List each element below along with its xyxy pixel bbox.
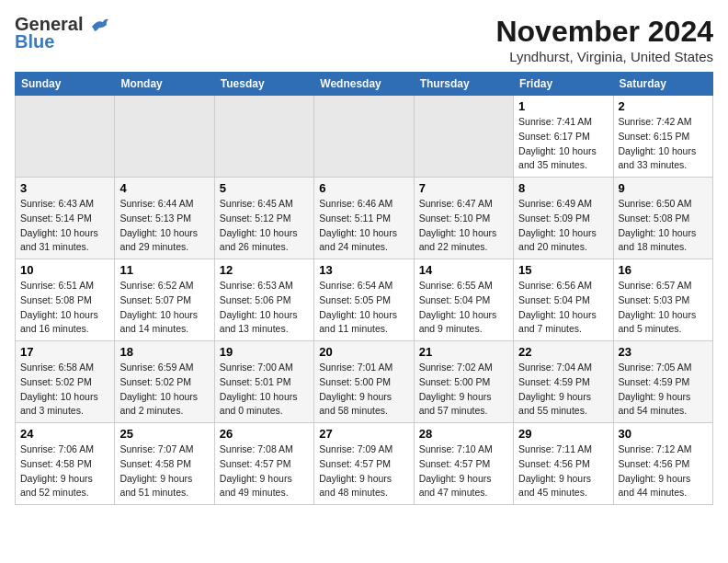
calendar-cell: 7Sunrise: 6:47 AM Sunset: 5:10 PM Daylig…: [414, 178, 513, 259]
title-section: November 2024 Lyndhurst, Virginia, Unite…: [495, 15, 713, 64]
day-number: 13: [319, 263, 408, 277]
day-info: Sunrise: 7:02 AM Sunset: 5:00 PM Dayligh…: [419, 361, 508, 419]
calendar-cell: [414, 96, 513, 178]
calendar-cell: 1Sunrise: 7:41 AM Sunset: 6:17 PM Daylig…: [514, 96, 613, 178]
day-number: 15: [518, 263, 608, 277]
day-info: Sunrise: 6:56 AM Sunset: 5:04 PM Dayligh…: [518, 279, 608, 337]
day-number: 4: [119, 181, 209, 195]
calendar-week-2: 3Sunrise: 6:43 AM Sunset: 5:14 PM Daylig…: [16, 178, 713, 259]
day-info: Sunrise: 7:07 AM Sunset: 4:58 PM Dayligh…: [119, 442, 209, 500]
calendar-cell: 27Sunrise: 7:09 AM Sunset: 4:57 PM Dayli…: [314, 423, 414, 505]
day-number: 28: [419, 427, 508, 441]
calendar-cell: [16, 96, 115, 178]
header-tuesday: Tuesday: [214, 73, 313, 96]
day-number: 14: [419, 263, 508, 277]
calendar-cell: 2Sunrise: 7:42 AM Sunset: 6:15 PM Daylig…: [613, 96, 712, 178]
header: General Blue November 2024 Lyndhurst, Vi…: [15, 15, 713, 64]
day-info: Sunrise: 6:52 AM Sunset: 5:07 PM Dayligh…: [119, 279, 209, 337]
calendar-cell: 23Sunrise: 7:05 AM Sunset: 4:59 PM Dayli…: [613, 341, 712, 423]
calendar-week-3: 10Sunrise: 6:51 AM Sunset: 5:08 PM Dayli…: [16, 259, 713, 341]
day-number: 1: [518, 99, 608, 113]
calendar-cell: 9Sunrise: 6:50 AM Sunset: 5:08 PM Daylig…: [613, 178, 712, 259]
calendar-cell: 19Sunrise: 7:00 AM Sunset: 5:01 PM Dayli…: [214, 341, 313, 423]
calendar-cell: 3Sunrise: 6:43 AM Sunset: 5:14 PM Daylig…: [16, 178, 115, 259]
calendar-cell: 12Sunrise: 6:53 AM Sunset: 5:06 PM Dayli…: [214, 259, 313, 341]
calendar-cell: 28Sunrise: 7:10 AM Sunset: 4:57 PM Dayli…: [414, 423, 513, 505]
logo: General Blue: [15, 15, 110, 51]
calendar-cell: 30Sunrise: 7:12 AM Sunset: 4:56 PM Dayli…: [613, 423, 712, 505]
day-number: 10: [20, 263, 109, 277]
day-number: 30: [619, 427, 708, 441]
day-info: Sunrise: 6:59 AM Sunset: 5:02 PM Dayligh…: [119, 361, 209, 419]
calendar-cell: 20Sunrise: 7:01 AM Sunset: 5:00 PM Dayli…: [314, 341, 414, 423]
logo-blue: Blue: [15, 32, 54, 51]
day-number: 17: [20, 345, 109, 359]
day-number: 22: [518, 345, 608, 359]
day-number: 16: [619, 263, 708, 277]
day-info: Sunrise: 7:06 AM Sunset: 4:58 PM Dayligh…: [20, 442, 109, 500]
location: Lyndhurst, Virginia, United States: [495, 49, 713, 64]
day-number: 26: [220, 427, 309, 441]
day-info: Sunrise: 6:46 AM Sunset: 5:11 PM Dayligh…: [319, 197, 408, 255]
logo-bird-icon: [90, 17, 110, 34]
day-number: 2: [619, 99, 708, 113]
header-saturday: Saturday: [613, 73, 712, 96]
day-number: 19: [220, 345, 309, 359]
calendar-table: SundayMondayTuesdayWednesdayThursdayFrid…: [15, 72, 713, 505]
calendar-cell: 21Sunrise: 7:02 AM Sunset: 5:00 PM Dayli…: [414, 341, 513, 423]
calendar-cell: 8Sunrise: 6:49 AM Sunset: 5:09 PM Daylig…: [514, 178, 613, 259]
day-info: Sunrise: 7:04 AM Sunset: 4:59 PM Dayligh…: [518, 361, 608, 419]
day-number: 11: [119, 263, 209, 277]
day-info: Sunrise: 7:42 AM Sunset: 6:15 PM Dayligh…: [619, 115, 708, 173]
day-info: Sunrise: 6:53 AM Sunset: 5:06 PM Dayligh…: [220, 279, 309, 337]
header-wednesday: Wednesday: [314, 73, 414, 96]
calendar-cell: 11Sunrise: 6:52 AM Sunset: 5:07 PM Dayli…: [115, 259, 214, 341]
day-number: 5: [220, 181, 309, 195]
calendar-cell: 14Sunrise: 6:55 AM Sunset: 5:04 PM Dayli…: [414, 259, 513, 341]
day-info: Sunrise: 7:09 AM Sunset: 4:57 PM Dayligh…: [319, 442, 408, 500]
day-number: 8: [518, 181, 608, 195]
day-number: 9: [619, 181, 708, 195]
calendar-cell: 16Sunrise: 6:57 AM Sunset: 5:03 PM Dayli…: [613, 259, 712, 341]
day-number: 25: [119, 427, 209, 441]
calendar-cell: 5Sunrise: 6:45 AM Sunset: 5:12 PM Daylig…: [214, 178, 313, 259]
day-info: Sunrise: 6:49 AM Sunset: 5:09 PM Dayligh…: [518, 197, 608, 255]
day-info: Sunrise: 7:12 AM Sunset: 4:56 PM Dayligh…: [619, 442, 708, 500]
calendar-cell: 26Sunrise: 7:08 AM Sunset: 4:57 PM Dayli…: [214, 423, 313, 505]
calendar-header-row: SundayMondayTuesdayWednesdayThursdayFrid…: [16, 73, 713, 96]
day-info: Sunrise: 7:00 AM Sunset: 5:01 PM Dayligh…: [220, 361, 309, 419]
day-info: Sunrise: 6:45 AM Sunset: 5:12 PM Dayligh…: [220, 197, 309, 255]
calendar-week-4: 17Sunrise: 6:58 AM Sunset: 5:02 PM Dayli…: [16, 341, 713, 423]
day-number: 23: [619, 345, 708, 359]
day-info: Sunrise: 6:43 AM Sunset: 5:14 PM Dayligh…: [20, 197, 109, 255]
day-info: Sunrise: 6:44 AM Sunset: 5:13 PM Dayligh…: [119, 197, 209, 255]
day-number: 6: [319, 181, 408, 195]
day-number: 7: [419, 181, 508, 195]
day-info: Sunrise: 7:08 AM Sunset: 4:57 PM Dayligh…: [220, 442, 309, 500]
calendar-cell: [214, 96, 313, 178]
day-info: Sunrise: 6:51 AM Sunset: 5:08 PM Dayligh…: [20, 279, 109, 337]
day-info: Sunrise: 7:11 AM Sunset: 4:56 PM Dayligh…: [518, 442, 608, 500]
day-number: 3: [20, 181, 109, 195]
day-info: Sunrise: 6:58 AM Sunset: 5:02 PM Dayligh…: [20, 361, 109, 419]
calendar-cell: 17Sunrise: 6:58 AM Sunset: 5:02 PM Dayli…: [16, 341, 115, 423]
calendar-cell: 24Sunrise: 7:06 AM Sunset: 4:58 PM Dayli…: [16, 423, 115, 505]
calendar-cell: 4Sunrise: 6:44 AM Sunset: 5:13 PM Daylig…: [115, 178, 214, 259]
calendar-cell: 29Sunrise: 7:11 AM Sunset: 4:56 PM Dayli…: [514, 423, 613, 505]
header-thursday: Thursday: [414, 73, 513, 96]
calendar-cell: 22Sunrise: 7:04 AM Sunset: 4:59 PM Dayli…: [514, 341, 613, 423]
calendar-week-5: 24Sunrise: 7:06 AM Sunset: 4:58 PM Dayli…: [16, 423, 713, 505]
day-info: Sunrise: 6:55 AM Sunset: 5:04 PM Dayligh…: [419, 279, 508, 337]
calendar-cell: 15Sunrise: 6:56 AM Sunset: 5:04 PM Dayli…: [514, 259, 613, 341]
day-info: Sunrise: 6:50 AM Sunset: 5:08 PM Dayligh…: [619, 197, 708, 255]
calendar-week-1: 1Sunrise: 7:41 AM Sunset: 6:17 PM Daylig…: [16, 96, 713, 178]
day-info: Sunrise: 6:54 AM Sunset: 5:05 PM Dayligh…: [319, 279, 408, 337]
header-monday: Monday: [115, 73, 214, 96]
day-number: 24: [20, 427, 109, 441]
day-info: Sunrise: 7:10 AM Sunset: 4:57 PM Dayligh…: [419, 442, 508, 500]
day-info: Sunrise: 6:57 AM Sunset: 5:03 PM Dayligh…: [619, 279, 708, 337]
calendar-cell: 18Sunrise: 6:59 AM Sunset: 5:02 PM Dayli…: [115, 341, 214, 423]
calendar-cell: [115, 96, 214, 178]
calendar-cell: [314, 96, 414, 178]
day-info: Sunrise: 6:47 AM Sunset: 5:10 PM Dayligh…: [419, 197, 508, 255]
